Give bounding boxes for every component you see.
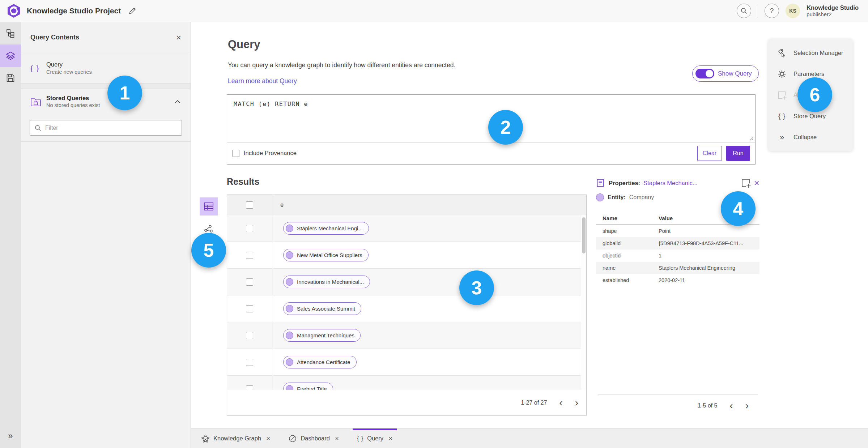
user-role: publisher2 bbox=[807, 11, 859, 17]
annotation-circle-1: 1 bbox=[107, 76, 142, 110]
help-button[interactable]: ? bbox=[765, 4, 779, 18]
chevron-up-icon bbox=[174, 99, 181, 104]
table-row[interactable]: Innovations in Mechanical... bbox=[227, 269, 586, 295]
close-tab-icon[interactable]: × bbox=[335, 435, 339, 443]
entity-chip-label: New Metal Office Suppliers bbox=[297, 252, 362, 258]
properties-pagination-text: 1-5 of 5 bbox=[698, 402, 717, 409]
braces-icon: { } bbox=[357, 435, 363, 442]
entity-chip[interactable]: Attendance Certificate bbox=[283, 356, 357, 368]
filter-search-icon bbox=[34, 124, 42, 132]
entity-chip[interactable]: Firebird Title bbox=[283, 383, 333, 390]
dashboard-icon bbox=[288, 434, 297, 443]
results-next-page-button[interactable]: › bbox=[575, 398, 578, 408]
close-tab-icon[interactable]: × bbox=[266, 435, 270, 443]
results-table: e Staplers Mechanical Engi... New Metal … bbox=[227, 195, 587, 416]
contents-item-query-label: Query bbox=[46, 61, 92, 68]
table-row[interactable]: Managment Techniques bbox=[227, 322, 586, 349]
panel-section-divider bbox=[21, 141, 191, 142]
user-info[interactable]: Knowledge Studio publisher2 bbox=[807, 4, 859, 17]
tab-label: Dashboard bbox=[301, 435, 330, 442]
rail-layers-button[interactable] bbox=[0, 44, 21, 67]
entity-chip[interactable]: Staplers Mechanical Engi... bbox=[283, 222, 369, 235]
collapse-stored-queries-button[interactable] bbox=[174, 99, 181, 104]
show-query-toggle[interactable]: Show Query bbox=[692, 65, 759, 82]
row-checkbox[interactable] bbox=[246, 278, 253, 286]
properties-popup-icon bbox=[596, 178, 605, 188]
resize-handle-icon[interactable] bbox=[749, 136, 754, 141]
search-button[interactable] bbox=[737, 4, 751, 18]
properties-header: Properties: Staplers Mechanic... × bbox=[596, 178, 760, 188]
clear-button[interactable]: Clear bbox=[697, 146, 722, 161]
entity-chip[interactable]: Innovations in Mechanical... bbox=[283, 276, 370, 288]
table-row[interactable]: Staplers Mechanical Engi... bbox=[227, 215, 586, 242]
row-checkbox[interactable] bbox=[246, 359, 253, 366]
properties-close-button[interactable]: × bbox=[754, 178, 760, 188]
collapse-menu-button[interactable]: » Collapse bbox=[768, 127, 853, 148]
tab-label: Knowledge Graph bbox=[213, 435, 261, 442]
selection-manager-label: Selection Manager bbox=[793, 50, 843, 56]
entity-chip[interactable]: New Metal Office Suppliers bbox=[283, 249, 369, 261]
select-all-checkbox[interactable] bbox=[246, 201, 253, 209]
table-row[interactable]: Attendance Certificate bbox=[227, 349, 586, 376]
scrollbar-thumb[interactable] bbox=[582, 217, 586, 253]
entity-value: Company bbox=[629, 194, 654, 201]
tab-dashboard[interactable]: Dashboard × bbox=[284, 429, 343, 448]
results-table-view-button[interactable] bbox=[200, 197, 218, 216]
results-scrollbar[interactable] bbox=[581, 215, 586, 390]
properties-entity-link[interactable]: Staplers Mechanic... bbox=[643, 180, 697, 187]
results-prev-page-button[interactable]: ‹ bbox=[559, 398, 562, 408]
properties-next-page-button[interactable]: › bbox=[745, 401, 749, 411]
include-provenance-checkbox[interactable] bbox=[232, 150, 239, 157]
entity-type-dot-icon bbox=[596, 193, 604, 201]
tab-query-active[interactable]: { } Query × bbox=[353, 429, 397, 448]
user-name: Knowledge Studio bbox=[807, 4, 859, 11]
user-avatar[interactable]: KS bbox=[786, 4, 800, 18]
close-tab-icon[interactable]: × bbox=[388, 435, 392, 443]
value-column-header: Value bbox=[659, 215, 673, 221]
table-row[interactable]: Firebird Title bbox=[227, 376, 586, 390]
entity-chip[interactable]: Sales Associate Summit bbox=[283, 302, 361, 315]
row-checkbox[interactable] bbox=[246, 332, 253, 339]
results-pagination-text: 1-27 of 27 bbox=[521, 400, 547, 406]
run-button[interactable]: Run bbox=[726, 146, 750, 161]
property-value: 1 bbox=[659, 253, 758, 259]
table-row[interactable]: Sales Associate Summit bbox=[227, 295, 586, 322]
help-icon: ? bbox=[770, 7, 774, 15]
edit-title-pencil-icon[interactable] bbox=[128, 7, 137, 15]
results-table-header: e bbox=[227, 195, 586, 215]
entity-chip[interactable]: Managment Techniques bbox=[283, 329, 361, 342]
properties-title-label: Properties: bbox=[609, 180, 640, 187]
selection-manager-icon bbox=[777, 48, 787, 57]
annotation-circle-2: 2 bbox=[488, 110, 523, 145]
header-divider bbox=[758, 4, 758, 18]
row-checkbox[interactable] bbox=[246, 385, 253, 390]
editor-footer: Include Provenance Clear Run bbox=[227, 142, 755, 164]
selection-manager-button[interactable]: Selection Manager bbox=[768, 43, 853, 63]
contents-item-query[interactable]: { } Query Create new queries bbox=[21, 53, 191, 84]
properties-prev-page-button[interactable]: ‹ bbox=[729, 401, 733, 411]
property-value: {5D9B4713-F98D-4A53-A59F-C11... bbox=[659, 240, 758, 246]
panel-header: Query Contents × bbox=[21, 22, 191, 53]
property-row: established 2020-02-11 bbox=[596, 274, 760, 286]
tab-knowledge-graph[interactable]: Knowledge Graph × bbox=[197, 429, 275, 448]
add-to-map-icon[interactable] bbox=[741, 178, 751, 188]
panel-close-button[interactable]: × bbox=[176, 33, 181, 43]
rail-data-model-button[interactable] bbox=[0, 22, 21, 44]
rail-save-button[interactable] bbox=[0, 67, 21, 89]
filter-input[interactable] bbox=[45, 125, 177, 131]
entity-dot-icon bbox=[286, 251, 293, 259]
property-name: objectid bbox=[603, 253, 621, 259]
annotation-circle-3: 3 bbox=[459, 270, 494, 305]
expand-rail-button[interactable]: » bbox=[0, 428, 21, 443]
bottom-tab-bar: Knowledge Graph × Dashboard × { } Query … bbox=[191, 428, 868, 448]
results-table-body: Staplers Mechanical Engi... New Metal Of… bbox=[227, 215, 586, 390]
learn-more-link[interactable]: Learn more about Query bbox=[228, 77, 297, 85]
row-checkbox[interactable] bbox=[246, 225, 253, 232]
annotation-circle-5: 5 bbox=[191, 233, 226, 268]
gear-icon bbox=[777, 69, 787, 79]
contents-item-stored-queries[interactable]: Stored Queries No stored queries exist bbox=[21, 89, 191, 114]
row-checkbox[interactable] bbox=[246, 305, 253, 312]
avatar-initials: KS bbox=[789, 8, 796, 14]
table-row[interactable]: New Metal Office Suppliers bbox=[227, 242, 586, 269]
row-checkbox[interactable] bbox=[246, 252, 253, 259]
